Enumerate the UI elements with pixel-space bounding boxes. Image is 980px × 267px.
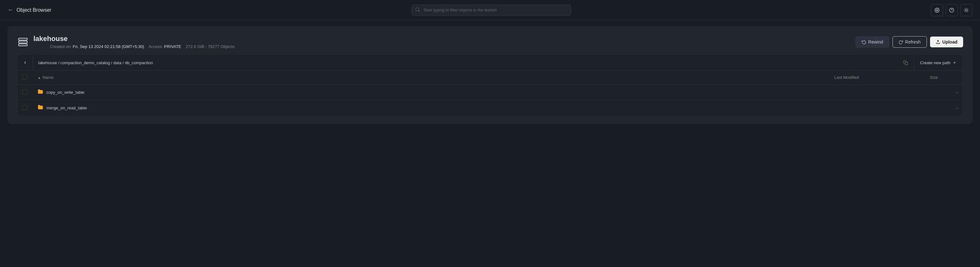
settings-button[interactable] bbox=[931, 4, 943, 16]
folder-icon bbox=[38, 104, 43, 111]
modified-header: Last Modified bbox=[829, 71, 924, 85]
breadcrumb-back-button[interactable] bbox=[17, 55, 33, 70]
breadcrumb-bar: lakehouse / compaction_demo_catalog / da… bbox=[17, 55, 963, 71]
svg-rect-14 bbox=[19, 44, 27, 46]
row-size: - bbox=[956, 90, 958, 95]
row-name-cell: merge_on_read_table bbox=[32, 100, 829, 116]
created-date: Fri, Sep 13 2024 02:21:58 (GMT+5:30) bbox=[73, 44, 144, 49]
create-path-label: Create new path bbox=[920, 60, 950, 65]
row-name-cell: copy_on_write_table bbox=[32, 85, 829, 100]
back-nav[interactable]: ← Object Browser bbox=[8, 7, 51, 13]
copy-path-button[interactable] bbox=[899, 55, 913, 70]
svg-line-7 bbox=[967, 11, 968, 12]
svg-line-10 bbox=[965, 11, 965, 12]
svg-line-11 bbox=[967, 8, 968, 9]
row-checkbox-cell bbox=[17, 100, 32, 116]
bucket-card: lakehouse Created on: Fri, Sep 13 2024 0… bbox=[8, 27, 972, 124]
topbar: ← Object Browser bbox=[0, 0, 980, 21]
svg-point-3 bbox=[966, 9, 967, 11]
search-container bbox=[412, 5, 571, 16]
col-size-label: Size bbox=[930, 75, 938, 80]
bucket-meta: Created on: Fri, Sep 13 2024 02:21:58 (G… bbox=[50, 44, 234, 49]
row-size-cell: - bbox=[924, 85, 963, 100]
row-modified-cell bbox=[829, 100, 924, 116]
row-size: - bbox=[956, 106, 958, 110]
refresh-button[interactable]: Refresh bbox=[892, 36, 927, 48]
bucket-header: lakehouse Created on: Fri, Sep 13 2024 0… bbox=[17, 35, 963, 49]
folder-icon bbox=[38, 88, 43, 96]
svg-point-0 bbox=[936, 9, 938, 11]
file-table: ▲ Name Last Modified Size bbox=[17, 71, 963, 115]
app-title: Object Browser bbox=[16, 7, 51, 13]
col-modified-label: Last Modified bbox=[834, 75, 859, 80]
row-checkbox[interactable] bbox=[22, 89, 27, 95]
row-name[interactable]: merge_on_read_table bbox=[46, 106, 87, 110]
upload-button[interactable]: Upload bbox=[930, 36, 963, 47]
bucket-name: lakehouse bbox=[33, 35, 234, 43]
refresh-label: Refresh bbox=[905, 39, 921, 44]
storage-info: 272.6 GiB - 79277 Objects bbox=[186, 44, 234, 49]
access-label: Access: bbox=[149, 44, 163, 49]
table-row[interactable]: merge_on_read_table - bbox=[17, 100, 963, 116]
table-row[interactable]: copy_on_write_table - bbox=[17, 85, 963, 100]
row-name[interactable]: copy_on_write_table bbox=[46, 90, 84, 95]
svg-rect-12 bbox=[19, 38, 27, 40]
upload-label: Upload bbox=[942, 39, 958, 44]
rewind-button[interactable]: Rewind bbox=[856, 36, 889, 48]
topbar-right bbox=[931, 4, 972, 16]
theme-button[interactable] bbox=[960, 4, 972, 16]
back-icon: ← bbox=[8, 7, 13, 13]
bucket-actions: Rewind Refresh Upload bbox=[856, 36, 963, 48]
size-header: Size bbox=[924, 71, 963, 85]
row-size-cell: - bbox=[924, 100, 963, 116]
access-value: PRIVATE bbox=[164, 44, 181, 49]
col-name-label: Name bbox=[43, 75, 54, 80]
svg-rect-13 bbox=[19, 41, 27, 43]
search-input[interactable] bbox=[412, 5, 571, 16]
breadcrumb-path: lakehouse / compaction_demo_catalog / da… bbox=[33, 60, 898, 65]
bucket-name-row: lakehouse Created on: Fri, Sep 13 2024 0… bbox=[17, 35, 234, 49]
search-icon bbox=[415, 7, 420, 13]
select-all-checkbox[interactable] bbox=[22, 74, 27, 79]
create-path-button[interactable]: Create new path bbox=[913, 55, 963, 70]
row-checkbox[interactable] bbox=[22, 105, 27, 110]
svg-line-6 bbox=[965, 8, 965, 9]
main-content: lakehouse Created on: Fri, Sep 13 2024 0… bbox=[0, 21, 980, 130]
row-modified-cell bbox=[829, 85, 924, 100]
created-label: Created on: bbox=[50, 44, 72, 49]
name-header: ▲ Name bbox=[32, 71, 829, 85]
svg-rect-16 bbox=[905, 62, 908, 65]
row-checkbox-cell bbox=[17, 85, 32, 100]
select-all-header bbox=[17, 71, 32, 85]
sort-icon: ▲ bbox=[38, 76, 41, 79]
rewind-label: Rewind bbox=[868, 39, 883, 44]
help-button[interactable] bbox=[946, 4, 958, 16]
file-browser: lakehouse / compaction_demo_catalog / da… bbox=[17, 55, 963, 116]
bucket-icon bbox=[17, 36, 29, 48]
